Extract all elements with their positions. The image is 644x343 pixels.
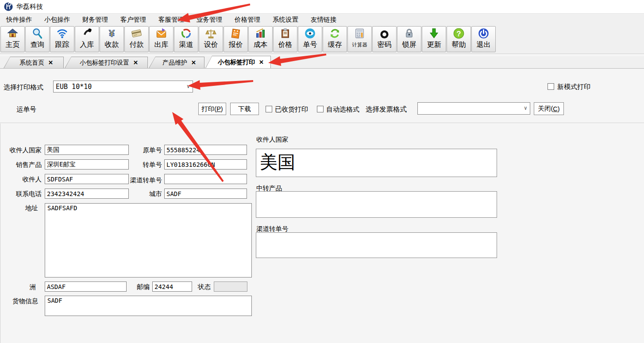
sales-product-input[interactable] — [45, 159, 129, 170]
phone-label: 联系电话 — [3, 190, 42, 198]
update-arrow-icon — [428, 27, 440, 39]
tab-system-home[interactable]: 系统首页✕ — [4, 57, 64, 68]
toolbar-query-button[interactable]: 查询 — [25, 26, 50, 52]
toolbar-label: 退出 — [477, 39, 491, 50]
channel-cycle-icon — [180, 27, 192, 39]
toolbar-lockscreen-button[interactable]: 锁屏 — [397, 26, 421, 52]
toolbar-calculator-button[interactable]: 计算器 — [347, 26, 372, 52]
lock-screen-icon — [403, 27, 415, 39]
toolbar-update-button[interactable]: 更新 — [422, 26, 446, 52]
menu-service[interactable]: 客服管理 — [152, 14, 190, 26]
outbound-mail-icon — [155, 27, 167, 39]
quote-notepad-icon — [230, 27, 242, 39]
toolbar-exit-button[interactable]: 退出 — [471, 26, 496, 52]
channel-transfer-number-label: 渠道转单号 — [124, 176, 162, 185]
recipient-country-label: 收件人国家 — [3, 146, 42, 154]
toolbar-label: 主页 — [6, 39, 20, 50]
print-format-select[interactable]: EUB 10*10 ∨ — [53, 81, 193, 92]
print-button[interactable]: 打印(P) — [198, 103, 226, 115]
preview-recipient-country-label: 收件人国家 — [256, 135, 289, 144]
toolbar-pay-button[interactable]: 付款 — [124, 26, 149, 52]
cache-refresh-icon — [329, 27, 341, 39]
recipient-label: 收件人 — [3, 175, 42, 184]
toolbar-channel-button[interactable]: 渠道 — [174, 26, 198, 52]
close-button-label: 关闭( — [538, 104, 553, 113]
tab-close-icon[interactable]: ✕ — [133, 59, 138, 66]
invoice-format-label: 选择发票格式 — [366, 105, 407, 114]
tab-label-print-settings[interactable]: 小包标签打印设置✕ — [65, 57, 148, 68]
received-print-checkbox[interactable] — [266, 106, 272, 112]
tab-product-maintenance[interactable]: 产品维护✕ — [149, 57, 204, 68]
channel-transfer-number-input[interactable] — [164, 174, 247, 184]
toolbar-label: 入库 — [80, 39, 94, 50]
city-input[interactable] — [164, 189, 247, 199]
toolbar-outbound-button[interactable]: 出库 — [149, 26, 174, 52]
toolbar-label: 跟踪 — [55, 39, 69, 50]
menu-business[interactable]: 业务管理 — [190, 14, 228, 26]
status-field — [214, 281, 247, 292]
toolbar-help-button[interactable]: ? 帮助 — [447, 26, 471, 52]
toolbar-label: 报价 — [229, 39, 243, 50]
tab-label: 小包标签打印设置 — [80, 59, 129, 67]
tab-close-icon[interactable]: ✕ — [191, 59, 196, 66]
original-number-input[interactable] — [164, 145, 247, 155]
toolbar-cost-button[interactable]: 成本 — [248, 26, 273, 52]
download-button[interactable]: 下载 — [230, 103, 259, 115]
toolbar-label: 渠道 — [179, 39, 193, 50]
toolbar-tracking-number-button[interactable]: 单号 — [298, 26, 322, 52]
menu-links[interactable]: 友情链接 — [305, 14, 343, 26]
toolbar-set-price-button[interactable]: 设价 — [199, 26, 223, 52]
preview-channel-transfer-box[interactable] — [256, 232, 497, 258]
preview-recipient-country-value: 美国 — [256, 149, 497, 175]
chevron-down-icon: ∨ — [187, 83, 190, 89]
cost-chart-icon — [255, 27, 266, 39]
recipient-country-input[interactable] — [45, 145, 129, 155]
toolbar-label: 缓存 — [328, 39, 342, 50]
download-button-label: 下载 — [238, 105, 251, 113]
transfer-number-label: 转单号 — [124, 161, 162, 169]
phone-input[interactable] — [45, 189, 129, 199]
cargo-info-label: 货物信息 — [3, 297, 38, 305]
state-input[interactable] — [45, 281, 127, 292]
print-format-label: 选择打印格式 — [4, 83, 43, 92]
new-mode-print-checkbox[interactable] — [548, 83, 554, 90]
help-icon: ? — [453, 27, 465, 39]
toolbar-label: 成本 — [254, 39, 268, 50]
password-lock-icon — [378, 27, 390, 39]
chevron-down-icon: ∨ — [524, 105, 527, 111]
menu-express-ops[interactable]: 快件操作 — [0, 14, 38, 26]
toolbar-inbound-button[interactable]: 入库 — [75, 26, 99, 52]
menu-smallpacket-ops[interactable]: 小包操作 — [38, 14, 76, 26]
tab-close-icon[interactable]: ✕ — [48, 59, 53, 66]
recipient-input[interactable] — [45, 174, 129, 184]
tab-smallpacket-label-print[interactable]: 小包标签打印✕ — [205, 56, 271, 68]
menu-finance[interactable]: 财务管理 — [76, 14, 114, 26]
auto-format-checkbox[interactable] — [317, 106, 324, 112]
zip-input[interactable] — [152, 281, 192, 292]
menu-customer[interactable]: 客户管理 — [114, 14, 152, 26]
transfer-number-input[interactable] — [164, 159, 247, 170]
toolbar-home-button[interactable]: 主页 — [0, 26, 25, 52]
toolbar-label: 设价 — [204, 39, 218, 50]
toolbar-label: 收款 — [105, 39, 119, 50]
toolbar-password-button[interactable]: 密码 — [372, 26, 397, 52]
toolbar-price-button[interactable]: 价格 — [273, 26, 297, 52]
exit-power-icon — [478, 27, 490, 39]
toolbar-quote-button[interactable]: 报价 — [224, 26, 248, 52]
toolbar-receive-payment-button[interactable]: ¥ 收款 — [100, 26, 124, 52]
sales-product-label: 销售产品 — [3, 161, 42, 169]
close-button[interactable]: 关闭(C) — [534, 102, 564, 115]
print-button-label: 打印( — [201, 105, 216, 113]
invoice-format-select[interactable]: ∨ — [417, 102, 530, 115]
shipment-form: 收件人国家 原单号 销售产品 转单号 收件人 渠道转单号 联系电话 城市 地址 … — [0, 123, 644, 343]
window-title: 华磊科技 — [16, 3, 43, 11]
tab-close-icon[interactable]: ✕ — [259, 59, 264, 66]
cargo-info-textarea[interactable]: SADF — [45, 296, 252, 316]
menu-pricing[interactable]: 价格管理 — [228, 14, 266, 26]
preview-transit-product-box[interactable] — [256, 191, 497, 218]
address-textarea[interactable]: SADFSAFD — [45, 203, 252, 277]
toolbar-cache-button[interactable]: 缓存 — [323, 26, 347, 52]
menu-system-settings[interactable]: 系统设置 — [266, 14, 305, 26]
preview-recipient-country-box[interactable]: 美国 — [256, 149, 497, 177]
toolbar-track-button[interactable]: 跟踪 — [50, 26, 74, 52]
